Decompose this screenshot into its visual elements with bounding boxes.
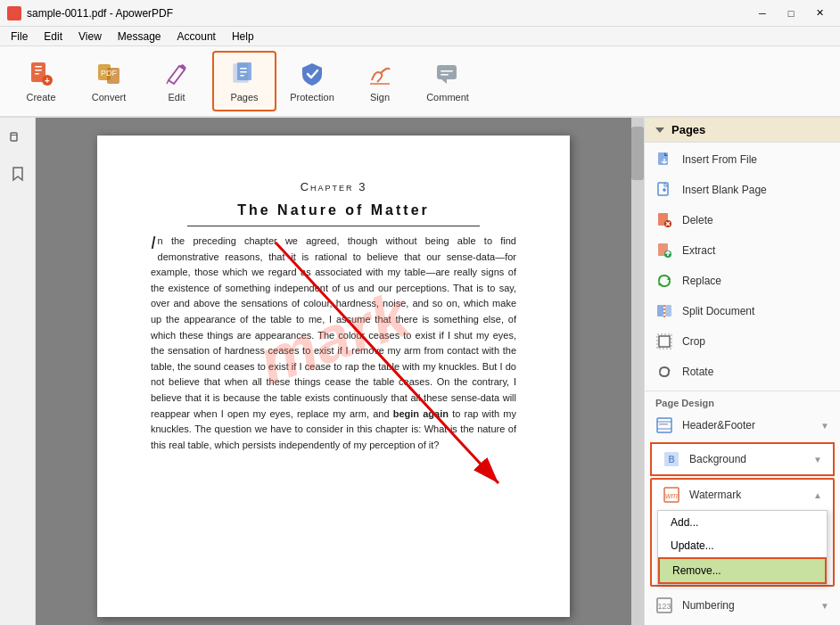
scrollbar-thumb[interactable]: [631, 127, 644, 180]
pdf-page: mark Chapter 3 The Nature of Matter In t…: [97, 136, 570, 617]
menu-view[interactable]: View: [71, 29, 109, 45]
pages-label: Pages: [230, 92, 258, 103]
svg-text:B: B: [668, 455, 674, 465]
svg-rect-43: [657, 305, 663, 317]
toolbar-btn-sign[interactable]: Sign: [348, 51, 412, 111]
extract-label: Extract: [682, 244, 715, 257]
panel-item-extract[interactable]: Extract: [645, 235, 840, 266]
panel-item-numbering[interactable]: 123 Numbering ▼: [645, 590, 840, 621]
toolbar-btn-comment[interactable]: Comment: [416, 51, 480, 111]
header-footer-left: Header&Footer: [655, 416, 755, 434]
main-area: mark Chapter 3 The Nature of Matter In t…: [0, 118, 840, 625]
sidebar-bookmark-btn[interactable]: [4, 160, 31, 187]
sidebar-thumbnail-btn[interactable]: [4, 127, 31, 153]
menu-message[interactable]: Message: [111, 29, 169, 45]
toolbar-btn-create[interactable]: + Create: [9, 51, 73, 111]
watermark-icon: wm: [663, 486, 680, 504]
maximize-button[interactable]: □: [778, 4, 804, 22]
panel-item-split[interactable]: Split Document: [645, 296, 840, 326]
watermark-add[interactable]: Add...: [658, 511, 827, 534]
toolbar-btn-protection[interactable]: Protection: [280, 51, 344, 111]
comment-label: Comment: [426, 92, 469, 103]
app-icon: [7, 6, 21, 21]
panel-item-insert-blank[interactable]: Insert Blank Page: [645, 175, 840, 205]
svg-rect-16: [437, 65, 457, 79]
svg-rect-1: [35, 66, 42, 68]
svg-rect-12: [240, 68, 247, 70]
svg-rect-13: [240, 71, 247, 73]
menu-account[interactable]: Account: [170, 29, 223, 45]
panel-item-background[interactable]: B Background ▼: [650, 442, 835, 476]
right-panel-title: Pages: [671, 123, 705, 136]
pdf-body: In the preceding chapter we agreed, thou…: [151, 234, 516, 453]
menu-help[interactable]: Help: [225, 29, 261, 45]
background-arrow: ▼: [813, 455, 822, 465]
protection-icon: [298, 60, 326, 88]
panel-item-crop[interactable]: Crop: [645, 326, 840, 357]
svg-text:+: +: [45, 76, 50, 86]
numbering-icon: 123: [655, 596, 673, 614]
page-design-label: Page Design: [645, 393, 840, 410]
panel-pages-section: Insert From File Insert Blank Page: [645, 143, 840, 389]
svg-rect-44: [665, 305, 671, 317]
split-label: Split Document: [682, 305, 754, 317]
delete-icon: [655, 211, 673, 229]
panel-item-insert-from-file[interactable]: Insert From File: [645, 144, 840, 175]
replace-icon: [655, 272, 673, 290]
toolbar-btn-edit[interactable]: Edit: [144, 51, 209, 111]
create-label: Create: [26, 92, 55, 103]
insert-blank-label: Insert Blank Page: [682, 184, 767, 196]
panel-item-delete[interactable]: Delete: [645, 205, 840, 235]
minimize-button[interactable]: ─: [749, 4, 776, 22]
background-left: B Background: [663, 450, 746, 468]
edit-label: Edit: [169, 92, 185, 103]
header-footer-label: Header&Footer: [682, 419, 755, 432]
menu-file[interactable]: File: [4, 29, 35, 45]
panel-collapse-icon[interactable]: [654, 124, 666, 136]
watermark-update[interactable]: Update...: [658, 534, 827, 557]
watermark-remove[interactable]: Remove...: [658, 557, 827, 584]
panel-item-replace[interactable]: Replace: [645, 266, 840, 296]
watermark-dropdown: Add... Update... Remove...: [657, 510, 828, 585]
svg-marker-17: [441, 79, 447, 84]
svg-rect-46: [659, 336, 670, 347]
pdf-scrollbar[interactable]: [631, 118, 644, 625]
svg-rect-2: [35, 70, 42, 71]
toolbar-btn-convert[interactable]: PDF Convert: [77, 51, 141, 111]
panel-item-watermark[interactable]: wm Watermark ▲: [652, 480, 833, 510]
svg-text:wm: wm: [665, 491, 678, 500]
split-icon: [655, 302, 673, 320]
rotate-label: Rotate: [682, 366, 713, 378]
numbering-label: Numbering: [682, 599, 735, 612]
replace-label: Replace: [682, 275, 721, 287]
watermark-header-left: wm Watermark: [663, 486, 741, 504]
svg-rect-3: [35, 73, 39, 75]
panel-item-header-footer[interactable]: Header&Footer ▼: [645, 410, 840, 440]
panel-divider-1: [645, 391, 840, 391]
delete-label: Delete: [682, 214, 713, 226]
header-footer-arrow: ▼: [820, 421, 829, 431]
protection-label: Protection: [290, 92, 334, 103]
panel-item-rotate[interactable]: Rotate: [645, 357, 840, 387]
watermark-section: wm Watermark ▲ Add... Update... Remove..…: [650, 478, 835, 587]
crop-label: Crop: [682, 335, 705, 348]
background-label: Background: [689, 453, 746, 465]
insert-from-file-icon: [655, 151, 673, 169]
pdf-content-area: mark Chapter 3 The Nature of Matter In t…: [36, 118, 631, 625]
svg-rect-18: [441, 70, 453, 72]
svg-line-9: [167, 80, 169, 84]
extract-icon: [655, 242, 673, 259]
title-left: sample-0011.pdf - ApowerPDF: [7, 6, 173, 21]
comment-icon: [433, 60, 462, 88]
toolbar-btn-pages[interactable]: Pages: [212, 51, 276, 111]
background-icon: B: [663, 450, 680, 468]
close-button[interactable]: ✕: [806, 4, 833, 22]
toolbar: + Create PDF Convert Edit: [0, 46, 840, 118]
insert-from-file-label: Insert From File: [682, 153, 757, 166]
convert-icon: PDF: [95, 60, 123, 88]
create-icon: +: [27, 60, 55, 88]
menu-edit[interactable]: Edit: [37, 29, 70, 45]
svg-marker-24: [655, 127, 664, 133]
right-panel-header: Pages: [645, 118, 840, 143]
window-controls: ─ □ ✕: [749, 4, 833, 22]
